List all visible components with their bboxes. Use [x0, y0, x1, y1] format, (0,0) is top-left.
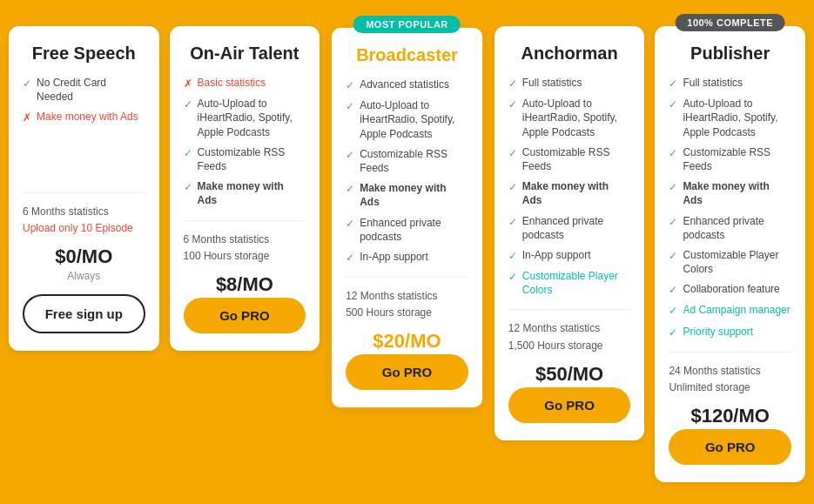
stat-line: 100 Hours storage: [184, 248, 306, 265]
plan-cta-broadcaster[interactable]: Go PRO: [346, 354, 468, 390]
cross-icon: ✗: [184, 77, 192, 91]
feature-item: ✓ Enhanced private podcasts: [508, 214, 631, 242]
feature-item: ✓ In-App support: [508, 248, 631, 263]
feature-item: ✓ Auto-Upload to iHeartRadio, Spotify, A…: [346, 98, 468, 141]
feature-text: In-App support: [522, 248, 631, 262]
feature-text: Full statistics: [522, 76, 631, 90]
feature-text: Enhanced private podcasts: [683, 214, 791, 242]
feature-item: ✓ Collaboration feature: [669, 282, 791, 297]
features-list-free-speech: ✓ No Credit Card Needed ✗ Make money wit…: [23, 76, 145, 180]
stats-on-air-talent: 6 Months statistics100 Hours storage: [184, 232, 306, 265]
stat-line: 24 Months statistics: [669, 363, 791, 380]
check-icon: ✓: [669, 146, 677, 160]
check-icon: ✓: [508, 180, 517, 194]
feature-item: ✓ Make money with Ads: [184, 179, 306, 207]
plan-price-publisher: $120/MO: [669, 405, 791, 427]
plan-card-on-air-talent: On-Air Talent ✗ Basic statistics ✓ Auto-…: [170, 26, 320, 351]
plan-cta-free-speech[interactable]: Free sign up: [23, 294, 145, 333]
check-icon: ✓: [346, 148, 354, 162]
divider: [23, 192, 145, 193]
feature-text: Advanced statistics: [360, 77, 468, 91]
check-icon: ✓: [669, 180, 677, 194]
plan-name-free-speech: Free Speech: [23, 44, 145, 64]
feature-text: In-App support: [360, 250, 468, 264]
feature-item: ✓ In-App support: [346, 250, 468, 265]
plan-price-free-speech: $0/MO: [23, 245, 145, 268]
stat-line: 1,500 Hours storage: [508, 338, 631, 354]
stats-publisher: 24 Months statisticsUnlimited storage: [669, 363, 791, 396]
feature-item: ✓ Customizable RSS Feeds: [184, 145, 306, 173]
divider: [346, 277, 468, 278]
feature-text: Customizable RSS Feeds: [360, 147, 468, 175]
feature-text: Enhanced private podcasts: [360, 216, 468, 244]
feature-text: Make money with Ads: [522, 179, 631, 207]
feature-text: Customizable RSS Feeds: [198, 145, 306, 173]
features-list-publisher: ✓ Full statistics ✓ Auto-Upload to iHear…: [669, 76, 791, 339]
feature-text: Auto-Upload to iHeartRadio, Spotify, App…: [522, 97, 631, 139]
cross-icon: ✗: [23, 111, 31, 124]
feature-text: Auto-Upload to iHeartRadio, Spotify, App…: [360, 98, 468, 141]
plan-cta-publisher[interactable]: Go PRO: [669, 429, 791, 465]
stat-line: 12 Months statistics: [508, 320, 631, 337]
features-list-on-air-talent: ✗ Basic statistics ✓ Auto-Upload to iHea…: [184, 76, 306, 208]
feature-text: Customizable Player Colors: [683, 248, 791, 276]
plan-card-publisher: 100% COMPLETEPublisher ✓ Full statistics…: [655, 26, 805, 482]
feature-text: Basic statistics: [198, 76, 306, 90]
features-list-anchorman: ✓ Full statistics ✓ Auto-Upload to iHear…: [508, 76, 631, 297]
feature-item: ✓ Auto-Upload to iHeartRadio, Spotify, A…: [184, 97, 306, 139]
check-icon: ✓: [184, 180, 192, 194]
divider: [508, 309, 631, 310]
feature-item: ✓ Customizable RSS Feeds: [508, 145, 631, 173]
check-icon: ✓: [346, 251, 354, 265]
stats-free-speech: 6 Months statisticsUpload only 10 Episod…: [23, 204, 145, 237]
check-icon: ✓: [508, 77, 517, 91]
check-icon: ✓: [23, 77, 31, 91]
stat-line: 500 Hours storage: [346, 305, 468, 321]
stat-line: 6 Months statistics: [184, 232, 306, 248]
check-icon: ✓: [508, 215, 517, 229]
feature-item: ✓ Auto-Upload to iHeartRadio, Spotify, A…: [669, 97, 791, 139]
plan-price-anchorman: $50/MO: [508, 363, 631, 386]
plan-badge-broadcaster: MOST POPULAR: [353, 16, 461, 33]
feature-text: Make money with Ads: [360, 181, 468, 209]
feature-item: ✓ Customizable Player Colors: [508, 269, 631, 297]
features-list-broadcaster: ✓ Advanced statistics ✓ Auto-Upload to i…: [346, 77, 468, 265]
plan-cta-anchorman[interactable]: Go PRO: [508, 387, 631, 423]
check-teal-icon: ✓: [508, 270, 517, 284]
plan-badge-publisher: 100% COMPLETE: [675, 14, 785, 31]
divider: [669, 352, 791, 353]
feature-text: Auto-Upload to iHeartRadio, Spotify, App…: [198, 97, 306, 139]
plan-name-anchorman: Anchorman: [508, 44, 631, 64]
feature-text: Collaboration feature: [683, 282, 791, 296]
stat-line: 12 Months statistics: [346, 288, 468, 305]
check-icon: ✓: [508, 146, 517, 160]
check-icon: ✓: [669, 77, 677, 91]
feature-item: ✓ Enhanced private podcasts: [669, 214, 791, 242]
plan-price-on-air-talent: $8/MO: [184, 273, 306, 296]
feature-text: Ad Campaign manager: [683, 303, 791, 317]
check-teal-icon: ✓: [669, 304, 677, 318]
stats-anchorman: 12 Months statistics1,500 Hours storage: [508, 320, 631, 353]
stats-broadcaster: 12 Months statistics500 Hours storage: [346, 288, 468, 321]
check-icon: ✓: [184, 97, 192, 111]
feature-text: No Credit Card Needed: [37, 76, 145, 104]
feature-text: Make money with Ads: [37, 110, 145, 124]
feature-item: ✓ Customizable RSS Feeds: [669, 145, 791, 173]
feature-item: ✓ Full statistics: [508, 76, 631, 91]
check-icon: ✓: [346, 182, 354, 196]
check-icon: ✓: [346, 217, 354, 231]
check-icon: ✓: [346, 78, 354, 92]
feature-text: Make money with Ads: [683, 179, 791, 207]
plan-cta-on-air-talent[interactable]: Go PRO: [184, 298, 306, 333]
feature-text: Auto-Upload to iHeartRadio, Spotify, App…: [683, 97, 791, 139]
feature-item: ✓ Advanced statistics: [346, 77, 468, 92]
feature-item: ✗ Basic statistics: [184, 76, 306, 91]
feature-text: Enhanced private podcasts: [522, 214, 631, 242]
feature-item: ✓ Make money with Ads: [346, 181, 468, 209]
feature-text: Customizable Player Colors: [522, 269, 631, 297]
plan-name-broadcaster: Broadcaster: [346, 45, 468, 65]
check-icon: ✓: [669, 249, 677, 263]
check-icon: ✓: [508, 249, 517, 263]
plan-price-broadcaster: $20/MO: [346, 330, 468, 353]
feature-item: ✓ Customizable RSS Feeds: [346, 147, 468, 175]
